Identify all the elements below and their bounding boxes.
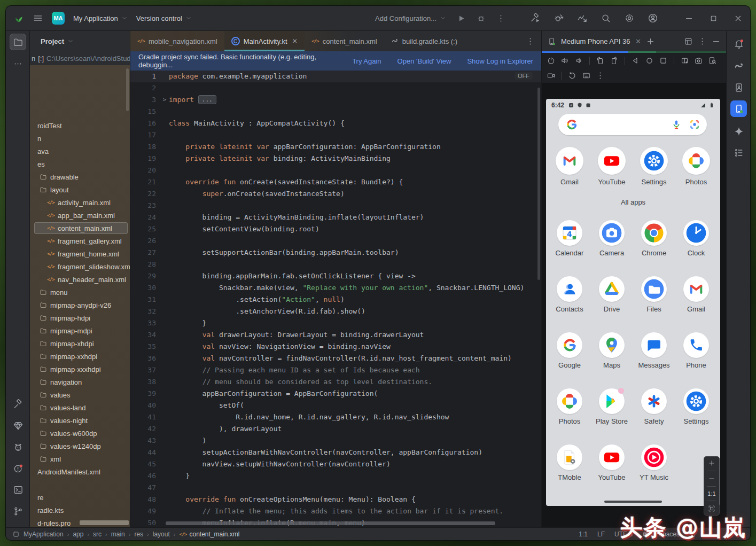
app-youtube[interactable]: YouTube	[591, 147, 633, 186]
code-line[interactable]: 24 binding = ActivityMainBinding.inflate…	[130, 212, 541, 223]
app-gmail[interactable]: Gmail	[675, 276, 718, 313]
settings-icon[interactable]	[624, 13, 635, 24]
code-line[interactable]: 22 super.onCreate(savedInstanceState)	[130, 188, 541, 200]
layout-settings-icon[interactable]	[684, 37, 693, 46]
tree-item-fragment-home-xml[interactable]: </>fragment_home.xml	[30, 247, 130, 260]
code-line[interactable]: 39 appBarConfiguration = AppBarConfigura…	[130, 388, 541, 400]
code-line[interactable]: 2	[130, 82, 541, 94]
code-line[interactable]: 17	[130, 129, 541, 141]
code-line[interactable]: 32 .setAnchorView(R.id.fab).show()	[130, 306, 541, 317]
account-icon[interactable]	[648, 13, 658, 24]
tree-item-ava[interactable]: ava	[30, 145, 130, 158]
device-more-icon[interactable]	[596, 71, 605, 80]
run-configuration[interactable]: Add Configuration...	[375, 14, 446, 22]
debug-rerun-icon[interactable]	[554, 13, 564, 24]
code-line[interactable]: 36 val navController = findNavController…	[130, 353, 541, 364]
code-line[interactable]: 25 setContentView(binding.root)	[130, 223, 541, 235]
code-line[interactable]: 38 // menu should be considered as top l…	[130, 376, 541, 388]
tree-item-fragment-gallery-xml[interactable]: </>fragment_gallery.xml	[30, 235, 130, 247]
code-line[interactable]: 45 navView.setupWithNavController(navCon…	[130, 458, 541, 470]
dependencies-toolwindow-button[interactable]	[10, 417, 26, 434]
app-google[interactable]: Google	[549, 332, 591, 369]
volume-down-icon[interactable]	[574, 56, 583, 65]
code-line[interactable]: 28	[130, 259, 541, 270]
rotate-left-icon[interactable]	[596, 56, 605, 65]
code-line[interactable]: 34 val drawerLayout: DrawerLayout = bind…	[130, 329, 541, 341]
inspection-widget[interactable]: OFF	[515, 72, 533, 80]
tab-build-gradle[interactable]: build.gradle.kts (:)	[384, 31, 464, 51]
android-back-icon[interactable]	[631, 56, 640, 65]
tab-mainactivity[interactable]: C MainActivity.kt ✕	[224, 31, 305, 51]
tree-item-re[interactable]: re	[30, 491, 130, 504]
build-toolwindow-button[interactable]	[10, 396, 26, 412]
new-device-tab-icon[interactable]	[646, 37, 655, 46]
app-youtube[interactable]: YouTube	[591, 444, 633, 481]
tree-item-activity-main-xml[interactable]: </>activity_main.xml	[30, 196, 130, 209]
vcs-widget[interactable]: Version control	[136, 14, 192, 22]
code-line[interactable]: 15	[130, 106, 541, 118]
code-line[interactable]: 43 )	[130, 435, 541, 447]
breadcrumb-item[interactable]: main	[111, 531, 125, 538]
fold-marker-icon[interactable]: >	[160, 94, 169, 106]
code-line[interactable]: 27 setSupportActionBar(binding.appBarMai…	[130, 247, 541, 259]
tree-item-n[interactable]: n	[30, 132, 130, 145]
caret-position[interactable]: 1:1	[579, 531, 588, 538]
terminal-toolwindow-button[interactable]	[10, 481, 26, 498]
problems-toolwindow-button[interactable]	[10, 460, 26, 477]
device-restart-icon[interactable]	[568, 71, 577, 80]
breadcrumb-item[interactable]: res	[134, 531, 143, 538]
tree-item-androidmanifest-xml[interactable]: AndroidManifest.xml	[30, 465, 130, 478]
code-line[interactable]: 33 }	[130, 317, 541, 329]
code-line[interactable]: 26	[130, 235, 541, 247]
tree-item-layout[interactable]: layout	[30, 183, 130, 196]
code-line[interactable]: 21 override fun onCreate(savedInstanceSt…	[130, 176, 541, 188]
tree-item-es[interactable]: es	[30, 158, 130, 170]
screenshot-icon[interactable]	[694, 56, 703, 65]
close-button[interactable]	[726, 6, 750, 31]
rotate-right-icon[interactable]	[610, 56, 619, 65]
app-contacts[interactable]: Contacts	[549, 276, 591, 313]
editor-vertical-scrollbar[interactable]	[537, 88, 540, 280]
project-toolwindow-button[interactable]	[10, 34, 26, 50]
tab-close-icon[interactable]: ✕	[292, 37, 298, 45]
tree-item-nav-header-main-xml[interactable]: </>nav_header_main.xml	[30, 273, 130, 286]
fit-screen-button[interactable]	[708, 505, 715, 512]
more-toolwindows-button[interactable]	[10, 56, 26, 72]
breadcrumb-item[interactable]: src	[93, 531, 102, 538]
app-calendar[interactable]: 4Calendar	[549, 220, 591, 257]
app-gmail[interactable]: Gmail	[549, 147, 591, 186]
device-tab-label[interactable]: Medium Phone API 36	[561, 37, 630, 45]
app-files[interactable]: Files	[633, 276, 675, 313]
debug-button[interactable]	[477, 14, 486, 23]
app-maps[interactable]: Maps	[591, 332, 633, 369]
build-run-icon[interactable]	[530, 13, 541, 24]
tree-item-mipmap-hdpi[interactable]: mipmap-hdpi	[30, 311, 130, 324]
app-play-store[interactable]: Play Store	[591, 388, 633, 425]
code-line[interactable]: 19 private lateinit var binding: Activit…	[130, 153, 541, 165]
more-actions-icon[interactable]	[496, 14, 505, 23]
app-tmoble[interactable]: TMoble	[549, 444, 591, 481]
code-line[interactable]: 35 val navView: NavigationView = binding…	[130, 341, 541, 353]
app-yt-music[interactable]: YT Music	[633, 444, 675, 481]
app-settings[interactable]: Settings	[675, 388, 718, 425]
tree-item-mipmap-mdpi[interactable]: mipmap-mdpi	[30, 324, 130, 337]
structure-button[interactable]	[730, 144, 747, 161]
gradle-toolwindow-button[interactable]	[730, 58, 747, 74]
code-line[interactable]: 16class MainActivity : AppCompatActivity…	[130, 118, 541, 129]
version-control-toolwindow-button[interactable]	[10, 503, 26, 519]
editor-horizontal-scrollbar[interactable]	[166, 521, 495, 525]
android-overview-icon[interactable]	[659, 56, 668, 65]
project-horizontal-scrollbar[interactable]	[80, 520, 129, 525]
screen-record-icon[interactable]	[547, 71, 556, 80]
tree-item-mipmap-anydpi-v26[interactable]: mipmap-anydpi-v26	[30, 299, 130, 311]
breadcrumb-item[interactable]: layout	[153, 531, 170, 538]
tree-item-app-bar-main-xml[interactable]: </>app_bar_main.xml	[30, 209, 130, 222]
code-line[interactable]: 46 }	[130, 470, 541, 482]
code-line[interactable]: 37 // Passing each menu ID as a set of I…	[130, 364, 541, 376]
app-phone[interactable]: Phone	[675, 332, 718, 369]
code-line[interactable]: 30 Snackbar.make(view, "Replace with you…	[130, 282, 541, 294]
search-icon[interactable]	[601, 13, 611, 24]
code-line[interactable]: 44 setupActionBarWithNavController(navCo…	[130, 447, 541, 458]
tree-item-values-w1240dp[interactable]: values-w1240dp	[30, 440, 130, 453]
tree-item-menu[interactable]: menu	[30, 286, 130, 299]
